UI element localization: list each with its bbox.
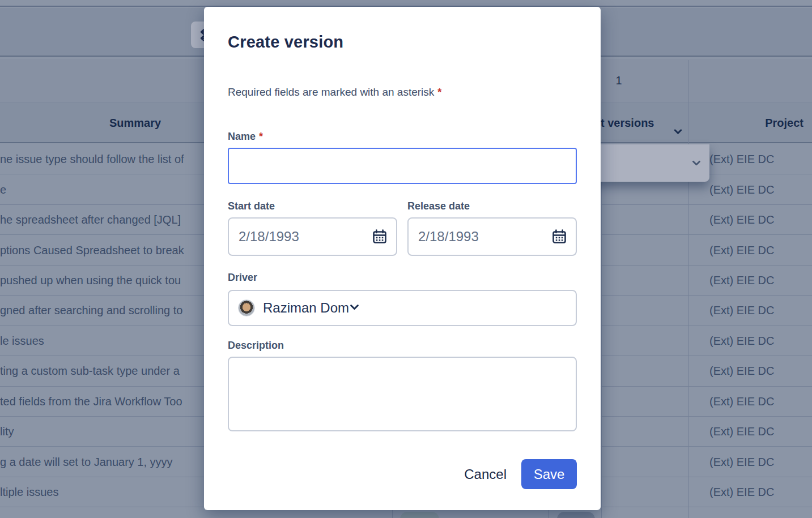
- create-version-modal: Create version Required fields are marke…: [204, 7, 601, 510]
- name-label-text: Name: [228, 131, 256, 142]
- save-button[interactable]: Save: [521, 459, 577, 489]
- date-fields-row: Start date: [228, 199, 577, 256]
- driver-label: Driver: [228, 271, 577, 284]
- required-asterisk: *: [259, 131, 263, 142]
- cancel-button[interactable]: Cancel: [449, 461, 521, 488]
- app-root: 1 Summary t versions Project ne issue ty…: [0, 0, 812, 518]
- start-date-input[interactable]: [228, 217, 397, 256]
- required-note-text: Required fields are marked with an aster…: [228, 86, 434, 98]
- driver-select[interactable]: Raziman Dom: [228, 290, 577, 326]
- release-date-input[interactable]: [407, 217, 577, 256]
- modal-title: Create version: [228, 32, 577, 52]
- modal-actions: Cancel Save: [228, 459, 577, 489]
- start-date-label: Start date: [228, 199, 397, 213]
- required-fields-note: Required fields are marked with an aster…: [228, 85, 577, 100]
- start-date-group: Start date: [228, 199, 397, 256]
- description-textarea[interactable]: [228, 357, 577, 431]
- driver-avatar: [238, 299, 255, 316]
- name-label: Name*: [228, 130, 577, 143]
- chevron-down-icon: [349, 302, 360, 315]
- release-date-label: Release date: [407, 199, 577, 213]
- required-asterisk: *: [437, 87, 441, 98]
- driver-value: Raziman Dom: [263, 300, 349, 316]
- name-input[interactable]: [228, 148, 577, 184]
- release-date-group: Release date: [407, 199, 577, 256]
- description-label: Description: [228, 339, 577, 352]
